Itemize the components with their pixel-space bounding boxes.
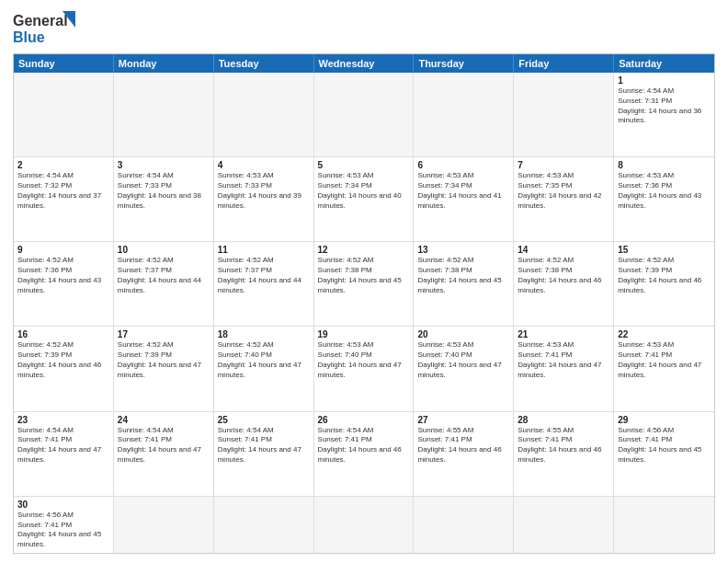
calendar-cell-1-3: 5Sunrise: 4:53 AMSunset: 7:34 PMDaylight… [314, 157, 415, 241]
day-info: Sunrise: 4:53 AMSunset: 7:40 PMDaylight:… [318, 340, 410, 380]
calendar-cell-1-1: 3Sunrise: 4:54 AMSunset: 7:33 PMDaylight… [114, 157, 214, 241]
day-number: 30 [17, 500, 109, 510]
header-cell-tuesday: Tuesday [214, 54, 314, 73]
day-number: 18 [218, 329, 310, 339]
header-cell-friday: Friday [514, 54, 614, 73]
calendar-row-1: 1Sunrise: 4:54 AMSunset: 7:31 PMDaylight… [14, 73, 714, 157]
calendar-row-4: 16Sunrise: 4:52 AMSunset: 7:39 PMDayligh… [14, 327, 714, 411]
calendar-row-6: 30Sunrise: 4:56 AMSunset: 7:41 PMDayligh… [14, 497, 714, 553]
day-number: 1 [618, 75, 711, 86]
day-info: Sunrise: 4:55 AMSunset: 7:41 PMDaylight:… [417, 426, 509, 465]
day-info: Sunrise: 4:52 AMSunset: 7:39 PMDaylight:… [118, 340, 210, 380]
day-number: 10 [118, 245, 210, 255]
header-cell-thursday: Thursday [414, 54, 514, 73]
day-number: 17 [118, 329, 210, 339]
calendar-cell-0-1 [114, 73, 214, 156]
day-number: 13 [417, 245, 509, 255]
day-info: Sunrise: 4:56 AMSunset: 7:41 PMDaylight:… [618, 426, 711, 465]
day-info: Sunrise: 4:56 AMSunset: 7:41 PMDaylight:… [17, 511, 109, 550]
header-cell-sunday: Sunday [14, 54, 114, 73]
calendar-cell-3-4: 20Sunrise: 4:53 AMSunset: 7:40 PMDayligh… [414, 327, 514, 410]
day-info: Sunrise: 4:54 AMSunset: 7:32 PMDaylight:… [17, 171, 109, 211]
calendar-cell-1-6: 8Sunrise: 4:53 AMSunset: 7:36 PMDaylight… [614, 157, 714, 241]
calendar-cell-3-6: 22Sunrise: 4:53 AMSunset: 7:41 PMDayligh… [614, 327, 714, 410]
svg-text:General: General [13, 13, 68, 29]
header-cell-monday: Monday [114, 54, 214, 73]
day-number: 7 [518, 160, 609, 170]
calendar-cell-5-4 [414, 497, 514, 553]
calendar-cell-4-0: 23Sunrise: 4:54 AMSunset: 7:41 PMDayligh… [14, 412, 114, 496]
day-number: 24 [118, 415, 210, 425]
calendar-cell-0-3 [314, 73, 415, 156]
calendar-cell-5-1 [114, 497, 214, 553]
calendar-header-row: SundayMondayTuesdayWednesdayThursdayFrid… [14, 54, 714, 73]
calendar-cell-0-5 [514, 73, 614, 156]
calendar-cell-0-4 [414, 73, 514, 156]
day-info: Sunrise: 4:52 AMSunset: 7:38 PMDaylight:… [518, 256, 609, 295]
day-info: Sunrise: 4:53 AMSunset: 7:34 PMDaylight:… [417, 171, 509, 211]
calendar-row-3: 9Sunrise: 4:52 AMSunset: 7:36 PMDaylight… [14, 242, 714, 327]
calendar-cell-3-2: 18Sunrise: 4:52 AMSunset: 7:40 PMDayligh… [214, 327, 314, 410]
svg-text:Blue: Blue [13, 29, 45, 45]
day-number: 26 [318, 415, 410, 425]
day-number: 28 [518, 415, 609, 425]
calendar-cell-2-4: 13Sunrise: 4:52 AMSunset: 7:38 PMDayligh… [414, 242, 514, 326]
day-info: Sunrise: 4:54 AMSunset: 7:41 PMDaylight:… [17, 426, 109, 465]
header-cell-wednesday: Wednesday [314, 54, 415, 73]
day-number: 27 [417, 415, 509, 425]
calendar-cell-4-5: 28Sunrise: 4:55 AMSunset: 7:41 PMDayligh… [514, 412, 614, 496]
calendar-cell-4-1: 24Sunrise: 4:54 AMSunset: 7:41 PMDayligh… [114, 412, 214, 496]
calendar-cell-1-4: 6Sunrise: 4:53 AMSunset: 7:34 PMDaylight… [414, 157, 514, 241]
day-number: 5 [318, 160, 410, 170]
day-info: Sunrise: 4:53 AMSunset: 7:34 PMDaylight:… [318, 171, 410, 211]
calendar-cell-2-3: 12Sunrise: 4:52 AMSunset: 7:38 PMDayligh… [314, 242, 415, 326]
day-number: 14 [518, 245, 609, 255]
calendar-cell-5-3 [314, 497, 415, 553]
day-info: Sunrise: 4:54 AMSunset: 7:41 PMDaylight:… [318, 426, 410, 465]
calendar-cell-3-1: 17Sunrise: 4:52 AMSunset: 7:39 PMDayligh… [114, 327, 214, 410]
generalblue-logo-icon: GeneralBlue [13, 9, 77, 48]
day-info: Sunrise: 4:52 AMSunset: 7:38 PMDaylight:… [417, 256, 509, 295]
day-info: Sunrise: 4:53 AMSunset: 7:40 PMDaylight:… [417, 340, 509, 380]
day-number: 19 [318, 329, 410, 339]
day-number: 15 [618, 245, 711, 255]
calendar-cell-1-5: 7Sunrise: 4:53 AMSunset: 7:35 PMDaylight… [514, 157, 614, 241]
calendar-cell-3-3: 19Sunrise: 4:53 AMSunset: 7:40 PMDayligh… [314, 327, 415, 410]
day-number: 9 [17, 245, 109, 255]
day-number: 4 [218, 160, 310, 170]
day-number: 25 [218, 415, 310, 425]
day-number: 2 [17, 160, 109, 170]
calendar-cell-0-0 [14, 73, 114, 156]
calendar-cell-0-2 [214, 73, 314, 156]
day-info: Sunrise: 4:52 AMSunset: 7:36 PMDaylight:… [17, 256, 109, 295]
calendar: SundayMondayTuesdayWednesdayThursdayFrid… [13, 53, 715, 554]
day-info: Sunrise: 4:52 AMSunset: 7:37 PMDaylight:… [118, 256, 210, 295]
calendar-cell-2-1: 10Sunrise: 4:52 AMSunset: 7:37 PMDayligh… [114, 242, 214, 326]
day-number: 23 [17, 415, 109, 425]
day-number: 12 [318, 245, 410, 255]
calendar-cell-3-0: 16Sunrise: 4:52 AMSunset: 7:39 PMDayligh… [14, 327, 114, 410]
day-info: Sunrise: 4:54 AMSunset: 7:31 PMDaylight:… [618, 86, 711, 126]
day-info: Sunrise: 4:52 AMSunset: 7:40 PMDaylight:… [218, 340, 310, 380]
day-info: Sunrise: 4:54 AMSunset: 7:41 PMDaylight:… [118, 426, 210, 465]
day-number: 6 [417, 160, 509, 170]
calendar-cell-3-5: 21Sunrise: 4:53 AMSunset: 7:41 PMDayligh… [514, 327, 614, 410]
day-number: 29 [618, 415, 711, 425]
calendar-cell-1-0: 2Sunrise: 4:54 AMSunset: 7:32 PMDaylight… [14, 157, 114, 241]
day-number: 3 [118, 160, 210, 170]
calendar-cell-2-6: 15Sunrise: 4:52 AMSunset: 7:39 PMDayligh… [614, 242, 714, 326]
calendar-cell-2-5: 14Sunrise: 4:52 AMSunset: 7:38 PMDayligh… [514, 242, 614, 326]
calendar-cell-5-2 [214, 497, 314, 553]
calendar-cell-4-6: 29Sunrise: 4:56 AMSunset: 7:41 PMDayligh… [614, 412, 714, 496]
calendar-cell-4-4: 27Sunrise: 4:55 AMSunset: 7:41 PMDayligh… [414, 412, 514, 496]
calendar-row-2: 2Sunrise: 4:54 AMSunset: 7:32 PMDaylight… [14, 157, 714, 242]
day-info: Sunrise: 4:53 AMSunset: 7:36 PMDaylight:… [618, 171, 711, 211]
day-info: Sunrise: 4:53 AMSunset: 7:41 PMDaylight:… [518, 340, 609, 380]
header: GeneralBlue [13, 9, 715, 48]
day-info: Sunrise: 4:52 AMSunset: 7:39 PMDaylight:… [618, 256, 711, 295]
day-number: 22 [618, 329, 711, 339]
calendar-cell-0-6: 1Sunrise: 4:54 AMSunset: 7:31 PMDaylight… [614, 73, 714, 156]
day-info: Sunrise: 4:53 AMSunset: 7:35 PMDaylight:… [518, 171, 609, 211]
day-info: Sunrise: 4:55 AMSunset: 7:41 PMDaylight:… [518, 426, 609, 465]
day-info: Sunrise: 4:54 AMSunset: 7:33 PMDaylight:… [118, 171, 210, 211]
